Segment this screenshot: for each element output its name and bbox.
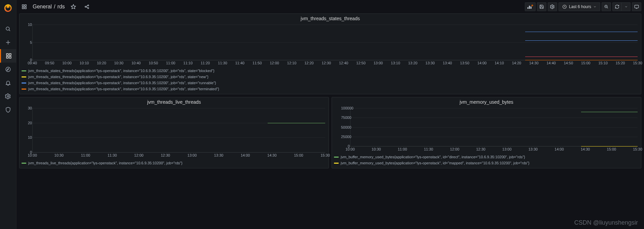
toolbar: General / rds Last 6 hours [16, 0, 644, 13]
dashboards-menu-icon[interactable] [19, 2, 29, 11]
svg-marker-15 [71, 4, 75, 9]
legend-item[interactable]: jvm_threads_states_threads{application="… [22, 86, 639, 92]
breadcrumb: General / rds [33, 4, 65, 10]
breadcrumb-dash[interactable]: rds [57, 4, 65, 10]
legend-item[interactable]: jvm_buffer_memory_used_bytes{application… [334, 154, 639, 160]
svg-rect-22 [529, 6, 530, 9]
series-line [268, 123, 325, 124]
breadcrumb-sep: / [54, 4, 55, 10]
legend-label: jvm_threads_states_threads{application="… [28, 74, 208, 80]
search-icon[interactable] [0, 22, 16, 36]
star-icon[interactable] [68, 2, 78, 11]
chart-x-ticks: 10:0010:3011:0011:3012:0012:3013:0013:30… [32, 153, 325, 159]
svg-rect-7 [9, 57, 11, 58]
chart-plot[interactable]: 0250005000075000100000 [350, 108, 638, 146]
sidebar [0, 0, 16, 229]
legend-item[interactable]: jvm_threads_states_threads{application="… [22, 80, 639, 86]
panel-title: jvm_memory_used_bytes [332, 97, 641, 106]
chevron-down-icon [593, 5, 597, 8]
chart-plot[interactable]: 0510 [32, 25, 638, 60]
legend-swatch [334, 157, 339, 158]
svg-line-29 [607, 7, 608, 8]
legend-swatch [22, 83, 26, 84]
series-line [525, 57, 638, 57]
alerting-icon[interactable] [0, 76, 16, 90]
svg-rect-13 [22, 7, 24, 9]
chart-legend: jvm_threads_live_threads{application="ly… [20, 159, 329, 168]
svg-point-8 [6, 67, 10, 72]
svg-rect-21 [528, 7, 529, 9]
svg-line-20 [86, 7, 88, 8]
explore-icon[interactable] [0, 63, 16, 76]
chart-legend: jvm_threads_states_threads{application="… [20, 67, 641, 94]
admin-icon[interactable] [0, 103, 16, 117]
series-line [525, 40, 638, 41]
breadcrumb-folder[interactable]: General [33, 4, 52, 10]
svg-line-1 [9, 30, 10, 31]
svg-rect-5 [9, 54, 11, 55]
svg-point-26 [552, 6, 553, 7]
zoom-out-button[interactable] [602, 2, 611, 11]
tv-mode-button[interactable] [632, 2, 641, 11]
chart-x-ticks: 10:0010:3011:0011:3012:0012:3013:0013:30… [350, 146, 638, 153]
legend-swatch [22, 163, 26, 164]
legend-label: jvm_threads_states_threads{application="… [28, 80, 216, 86]
config-icon[interactable] [0, 90, 16, 103]
legend-item[interactable]: jvm_buffer_memory_used_bytes{application… [334, 160, 639, 166]
series-line [525, 32, 638, 32]
svg-point-10 [7, 96, 9, 97]
settings-button[interactable] [548, 2, 557, 11]
svg-rect-31 [635, 5, 639, 8]
legend-label: jvm_threads_states_threads{application="… [28, 68, 214, 74]
svg-rect-23 [531, 6, 532, 9]
legend-swatch [22, 89, 26, 90]
panel-jvm-threads-live[interactable]: jvm_threads_live_threads 0102030 10:0010… [19, 97, 329, 168]
time-range-label: Last 6 hours [569, 4, 591, 9]
legend-label: jvm_threads_states_threads{application="… [28, 86, 219, 92]
watermark: CSDN @liuyunshengsir [574, 219, 638, 226]
chart-plot[interactable]: 0102030 [32, 108, 325, 153]
time-range-picker[interactable]: Last 6 hours [558, 2, 600, 11]
dashboards-icon[interactable] [0, 49, 16, 63]
panel-jvm-threads-states[interactable]: jvm_threads_states_threads 0510 09:4009:… [19, 13, 641, 94]
add-panel-button[interactable] [525, 2, 536, 11]
legend-label: jvm_threads_live_threads{application="ly… [28, 160, 182, 166]
legend-swatch [22, 76, 26, 77]
grafana-logo-icon[interactable] [3, 3, 13, 13]
share-icon[interactable] [82, 2, 92, 11]
chart-legend: jvm_buffer_memory_used_bytes{application… [332, 153, 641, 168]
svg-rect-11 [22, 5, 24, 6]
refresh-interval-button[interactable] [622, 2, 631, 11]
chart-x-ticks: 09:4009:5010:0010:1010:2010:3010:4010:50… [32, 60, 638, 67]
svg-rect-25 [531, 5, 533, 6]
legend-label: jvm_buffer_memory_used_bytes{application… [341, 154, 525, 160]
series-line [581, 112, 638, 112]
svg-rect-4 [6, 54, 8, 55]
svg-rect-12 [25, 5, 26, 6]
svg-point-0 [6, 27, 9, 30]
svg-rect-14 [25, 7, 26, 9]
svg-rect-6 [6, 57, 8, 58]
panel-jvm-memory-used[interactable]: jvm_memory_used_bytes 025000500007500010… [332, 97, 641, 168]
svg-line-19 [86, 6, 88, 7]
legend-item[interactable]: jvm_threads_states_threads{application="… [22, 68, 639, 74]
save-button[interactable] [537, 2, 546, 11]
refresh-button[interactable] [612, 2, 622, 11]
legend-swatch [22, 70, 26, 71]
legend-item[interactable]: jvm_threads_live_threads{application="ly… [22, 160, 327, 166]
legend-swatch [334, 163, 339, 164]
panel-title: jvm_threads_live_threads [20, 97, 329, 106]
create-icon[interactable] [0, 36, 16, 49]
panel-title: jvm_threads_states_threads [20, 14, 641, 23]
svg-marker-9 [7, 68, 9, 70]
legend-label: jvm_buffer_memory_used_bytes{application… [341, 160, 530, 166]
legend-item[interactable]: jvm_threads_states_threads{application="… [22, 74, 639, 80]
